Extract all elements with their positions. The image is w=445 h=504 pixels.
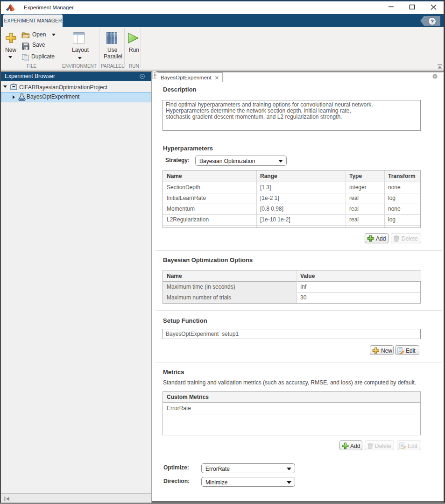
svg-text:?: ? xyxy=(431,19,434,24)
